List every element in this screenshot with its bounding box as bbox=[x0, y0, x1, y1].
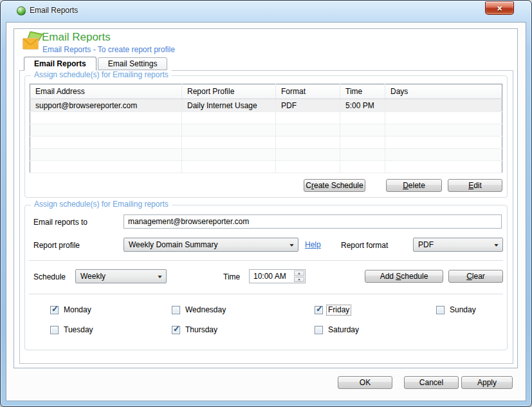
titlebar[interactable]: Email Reports ✕ bbox=[1, 1, 531, 21]
button-label-part: dit bbox=[473, 181, 482, 190]
check-icon: ✓ bbox=[51, 304, 59, 314]
schedule-form-group-label: Assign schedule(s) for Emailing reports bbox=[31, 200, 172, 209]
chevron-down-icon: ▼ bbox=[156, 274, 163, 279]
apply-button[interactable]: Apply bbox=[461, 376, 513, 389]
time-value[interactable]: 10:00 AM bbox=[253, 272, 286, 281]
button-mnemonic: E bbox=[468, 181, 473, 190]
cell-format: PDF bbox=[276, 99, 340, 112]
checkbox-box[interactable]: ✓ bbox=[436, 306, 445, 314]
empty-row bbox=[30, 137, 502, 149]
checkbox-label: Friday bbox=[327, 305, 351, 315]
checkbox-box[interactable]: ✓ bbox=[50, 326, 59, 334]
empty-row bbox=[30, 161, 502, 173]
time-stepper: ▲ ▼ bbox=[294, 270, 304, 282]
col-email-address[interactable]: Email Address bbox=[30, 84, 182, 99]
dropdown-button[interactable]: ▼ bbox=[154, 270, 165, 282]
dropdown-button[interactable]: ▼ bbox=[491, 239, 502, 251]
schedule-label: Schedule bbox=[33, 272, 66, 282]
create-schedule-button[interactable]: Create Schedule bbox=[304, 179, 365, 192]
dialog-client-area: Email Reports Email Reports - To create … bbox=[6, 22, 526, 401]
checkbox-label: Thursday bbox=[184, 325, 219, 335]
checkbox-box[interactable]: ✓ bbox=[50, 306, 59, 314]
button-label-part: eate Schedule bbox=[314, 181, 363, 190]
cell-days bbox=[385, 99, 502, 112]
check-icon: ✓ bbox=[173, 324, 180, 334]
checkbox-box[interactable]: ✓ bbox=[315, 306, 323, 314]
col-report-profile[interactable]: Report Profile bbox=[182, 84, 276, 99]
report-profile-value: Weekly Domain Summary bbox=[129, 240, 217, 249]
checkbox-box[interactable]: ✓ bbox=[172, 306, 180, 314]
checkbox-label: Wednesday bbox=[184, 305, 227, 315]
cell-profile: Daily Internet Usage bbox=[182, 99, 276, 112]
edit-button[interactable]: Edit bbox=[448, 179, 502, 192]
add-schedule-button[interactable]: Add Schedule bbox=[365, 270, 443, 283]
ok-button[interactable]: OK bbox=[338, 376, 392, 389]
email-reports-to-input[interactable]: management@browsereporter.com bbox=[124, 214, 502, 229]
time-label: Time bbox=[223, 272, 240, 282]
tab-strip: Email Reports Email Settings bbox=[24, 57, 167, 70]
report-format-select[interactable]: PDF ▼ bbox=[413, 238, 503, 252]
report-profile-label: Report profile bbox=[33, 240, 80, 251]
tab-email-reports[interactable]: Email Reports bbox=[24, 57, 96, 71]
spin-down-button[interactable]: ▼ bbox=[294, 277, 304, 283]
button-label-part: lear bbox=[472, 272, 485, 281]
schedules-table[interactable]: Email Address Report Profile Format Time… bbox=[30, 84, 502, 173]
schedules-groupbox: Assign schedule(s) for Emailing reports … bbox=[24, 75, 508, 198]
button-label-part: elete bbox=[408, 181, 425, 190]
checkbox-label: Tuesday bbox=[62, 325, 95, 335]
time-input[interactable]: 10:00 AM ▲ ▼ bbox=[249, 269, 306, 283]
empty-row bbox=[30, 112, 502, 124]
schedules-group-label: Assign schedule(s) for Emailing reports bbox=[31, 70, 172, 79]
page-subtitle: Email Reports - To create report profile bbox=[42, 45, 175, 54]
cancel-button[interactable]: Cancel bbox=[404, 376, 459, 389]
button-mnemonic: D bbox=[403, 181, 408, 190]
schedule-row[interactable]: support@browsereporter.com Daily Interne… bbox=[30, 99, 502, 112]
email-reports-window: Email Reports ✕ Email Reports Email Repo… bbox=[0, 0, 532, 407]
email-reports-to-label: Email reports to bbox=[33, 217, 87, 227]
report-profile-select[interactable]: Weekly Domain Summary ▼ bbox=[124, 238, 298, 252]
button-label-part: Add bbox=[380, 272, 396, 281]
chevron-down-icon: ▼ bbox=[298, 278, 301, 281]
window-title: Email Reports bbox=[30, 6, 78, 15]
report-format-value: PDF bbox=[418, 240, 434, 249]
spin-up-button[interactable]: ▲ bbox=[294, 270, 304, 276]
button-label-part: chedule bbox=[401, 272, 428, 281]
separator bbox=[29, 260, 503, 261]
page-title: Email Reports bbox=[42, 31, 111, 44]
checkbox-box[interactable]: ✓ bbox=[172, 326, 180, 334]
empty-row bbox=[30, 149, 502, 161]
close-icon: ✕ bbox=[497, 5, 502, 12]
schedule-form-groupbox: Assign schedule(s) for Emailing reports … bbox=[24, 205, 508, 350]
button-mnemonic: C bbox=[466, 272, 472, 281]
dropdown-button[interactable]: ▼ bbox=[286, 239, 297, 251]
app-icon bbox=[17, 6, 26, 15]
email-envelope-icon bbox=[22, 31, 44, 53]
empty-row bbox=[30, 124, 502, 137]
col-time[interactable]: Time bbox=[340, 84, 385, 99]
cell-email: support@browsereporter.com bbox=[30, 99, 182, 112]
separator bbox=[29, 294, 503, 294]
clear-button[interactable]: Clear bbox=[448, 270, 503, 283]
cell-time: 5:00 PM bbox=[340, 99, 385, 112]
schedule-select[interactable]: Weekly ▼ bbox=[75, 269, 167, 283]
col-format[interactable]: Format bbox=[276, 84, 340, 99]
col-days[interactable]: Days bbox=[385, 84, 502, 99]
chevron-up-icon: ▲ bbox=[298, 271, 301, 275]
check-icon: ✓ bbox=[316, 304, 323, 314]
help-link[interactable]: Help bbox=[305, 240, 321, 249]
content-panel: Email Reports Email Reports - To create … bbox=[14, 28, 518, 368]
report-format-label: Report format bbox=[341, 240, 388, 251]
schedule-value: Weekly bbox=[80, 272, 105, 281]
table-header-row: Email Address Report Profile Format Time… bbox=[30, 84, 502, 99]
button-label-part: C bbox=[306, 181, 311, 190]
checkbox-label: Sunday bbox=[448, 305, 477, 315]
checkbox-label: Monday bbox=[62, 305, 93, 315]
tab-email-settings[interactable]: Email Settings bbox=[98, 57, 168, 70]
chevron-down-icon: ▼ bbox=[493, 243, 499, 247]
checkbox-label: Saturday bbox=[327, 325, 360, 335]
checkbox-box[interactable]: ✓ bbox=[315, 326, 323, 334]
delete-button[interactable]: Delete bbox=[386, 179, 442, 192]
tab-page-email-reports: Assign schedule(s) for Emailing reports … bbox=[19, 70, 513, 364]
chevron-down-icon: ▼ bbox=[288, 243, 295, 247]
close-button[interactable]: ✕ bbox=[485, 1, 514, 15]
